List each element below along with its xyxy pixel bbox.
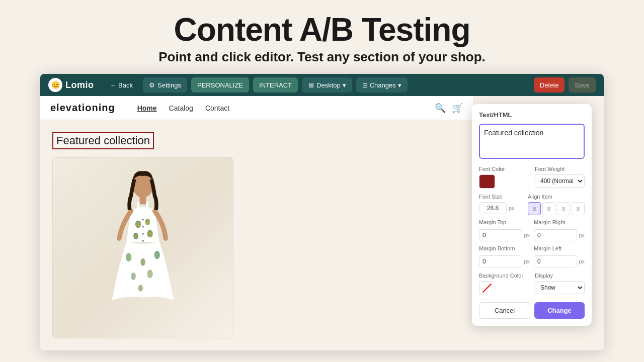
display-select[interactable]: Show Hide (535, 281, 585, 294)
nav-icons: 🔍 🛒 (435, 103, 463, 114)
save-button[interactable]: Save (569, 77, 596, 93)
nav-contact[interactable]: Contact (205, 104, 229, 112)
product-image (53, 158, 233, 338)
store-body: Featured collection (40, 120, 473, 350)
align-center-button[interactable]: ≡ (542, 202, 555, 215)
store-area: elevationing Home Catalog Contact 🔍 🛒 Fe… (40, 96, 604, 350)
panel-title: Text/HTML (479, 111, 585, 119)
margin-top-unit: px (524, 232, 530, 238)
margin-right-field: Margin Right px (534, 219, 585, 241)
hero-title: Content A/B Testing (0, 12, 644, 47)
align-buttons: ≡ ≡ ≡ ≡ (528, 202, 585, 215)
margin-bottom-field: Margin Bottom px (479, 245, 530, 267)
display-field: Display Show Hide (535, 273, 585, 294)
align-item-field: Align Item ≡ ≡ ≡ ≡ (528, 194, 585, 215)
search-icon[interactable]: 🔍 (435, 103, 446, 114)
product-card (52, 157, 233, 338)
font-size-field: Font Size px (479, 194, 522, 214)
margin-top-input[interactable] (479, 229, 522, 241)
changes-button[interactable]: ⊞ Changes ▾ (356, 77, 408, 93)
margin-right-label: Margin Right (534, 219, 585, 225)
svg-point-21 (142, 240, 144, 242)
margin-top-label: Margin Top (479, 219, 530, 225)
font-color-swatch[interactable] (479, 174, 495, 189)
align-right-button[interactable]: ≡ (557, 202, 570, 215)
margin-left-label: Margin Left (534, 245, 585, 251)
toolbar: 😊 Lomio ← Back ⚙ Settings PERSONALIZE IN… (40, 74, 604, 96)
nav-catalog[interactable]: Catalog (169, 104, 193, 112)
svg-point-15 (146, 221, 149, 225)
changes-icon: ⊞ (362, 81, 368, 89)
logo-icon: 😊 (48, 78, 62, 92)
store-brand: elevationing (50, 102, 115, 114)
change-button[interactable]: Change (534, 302, 585, 319)
bg-display-row: Background Color Display Show Hide (479, 273, 585, 295)
font-size-input[interactable] (479, 202, 507, 214)
app-frame: 😊 Lomio ← Back ⚙ Settings PERSONALIZE IN… (40, 74, 604, 350)
cancel-button[interactable]: Cancel (479, 302, 530, 319)
panel-actions: Cancel Change (479, 302, 585, 319)
margin-left-field: Margin Left px (534, 245, 585, 267)
svg-point-19 (142, 226, 144, 228)
margin-top-field: Margin Top px (479, 219, 530, 241)
desktop-icon: 🖥 (308, 81, 314, 89)
svg-point-10 (154, 251, 160, 259)
personalize-button[interactable]: PERSONALIZE (191, 77, 249, 93)
align-justify-button[interactable]: ≡ (572, 202, 585, 215)
font-weight-select[interactable]: 100 (Thin) 300 (Light) 400 (Normal) 600 … (535, 174, 585, 188)
svg-point-8 (126, 253, 131, 262)
logo-area: 😊 Lomio (48, 78, 94, 92)
font-color-weight-row: Font Color Font Weight 100 (Thin) 300 (L… (479, 166, 585, 189)
settings-button[interactable]: ⚙ Settings (143, 77, 187, 93)
chevron-down-icon: ▾ (398, 81, 401, 89)
store-nav: elevationing Home Catalog Contact 🔍 🛒 (40, 96, 473, 120)
svg-point-16 (134, 235, 137, 239)
font-weight-label: Font Weight (535, 166, 585, 172)
align-item-label: Align Item (528, 194, 585, 200)
svg-rect-1 (139, 196, 146, 205)
svg-point-11 (131, 273, 135, 280)
svg-point-13 (138, 285, 143, 292)
logo-text: Lomio (65, 80, 94, 90)
gear-icon: ⚙ (149, 81, 155, 89)
editor-panel: Text/HTML Featured collection Font Color… (472, 104, 592, 326)
font-size-align-row: Font Size px Align Item ≡ ≡ ≡ ≡ (479, 194, 585, 215)
bg-color-field: Background Color (479, 273, 529, 295)
svg-point-17 (148, 232, 152, 236)
nav-home[interactable]: Home (137, 104, 157, 112)
hero-section: Content A/B Testing Point and click edit… (0, 0, 644, 74)
desktop-button[interactable]: 🖥 Desktop ▾ (302, 77, 352, 93)
back-button[interactable]: ← Back (104, 77, 139, 93)
font-color-label: Font Color (479, 166, 529, 172)
font-weight-field: Font Weight 100 (Thin) 300 (Light) 400 (… (535, 166, 585, 188)
hero-subtitle: Point and click editor. Test any section… (0, 49, 644, 65)
svg-point-18 (142, 219, 144, 221)
margin-bottom-unit: px (524, 258, 530, 264)
margin-left-input[interactable] (534, 255, 577, 267)
align-left-button[interactable]: ≡ (528, 202, 541, 215)
svg-point-14 (136, 223, 140, 227)
margin-bottom-input[interactable] (479, 255, 522, 267)
dress-illustration (93, 167, 193, 328)
margin-right-input[interactable] (534, 229, 577, 241)
svg-point-20 (142, 233, 144, 235)
margin-left-unit: px (579, 258, 585, 264)
display-label: Display (535, 273, 585, 279)
font-size-unit: px (509, 205, 515, 211)
delete-button[interactable]: Delete (534, 77, 565, 93)
font-size-label: Font Size (479, 194, 522, 200)
margin-right-unit: px (579, 232, 585, 238)
margin-grid: Margin Top px Margin Right px (479, 219, 585, 267)
cart-icon[interactable]: 🛒 (452, 103, 463, 114)
bg-color-swatch[interactable] (479, 281, 495, 295)
text-html-input[interactable]: Featured collection (479, 124, 585, 159)
svg-point-12 (147, 270, 152, 279)
bg-color-label: Background Color (479, 273, 529, 279)
chevron-down-icon: ▾ (343, 81, 346, 89)
interact-button[interactable]: INTERACT (253, 77, 298, 93)
font-color-field: Font Color (479, 166, 529, 189)
svg-point-9 (140, 258, 145, 266)
featured-heading: Featured collection (52, 132, 154, 149)
margin-bottom-label: Margin Bottom (479, 245, 530, 251)
